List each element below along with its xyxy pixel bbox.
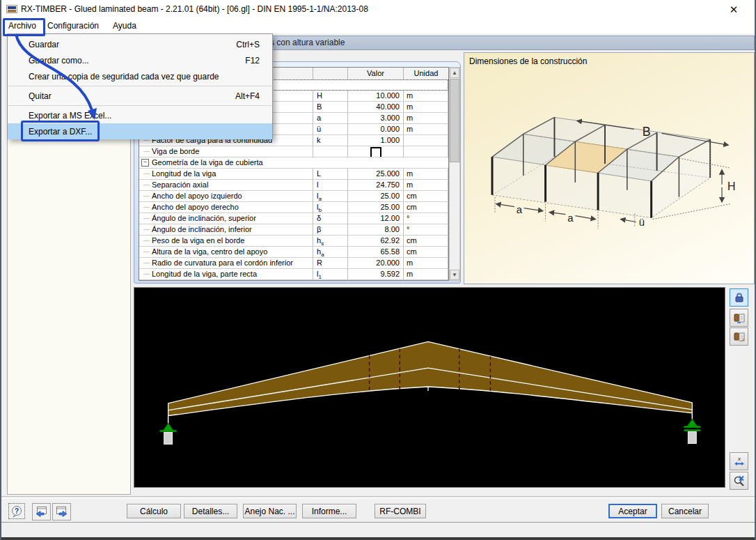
menu-item-quitar[interactable]: QuitarAlt+F4 (8, 88, 272, 104)
param-value[interactable]: 24.750 (348, 180, 404, 191)
param-symbol (313, 146, 348, 157)
construction-sketch: B H a a ü (464, 53, 754, 284)
param-value[interactable]: 12.00 (348, 213, 404, 224)
param-unit: cm (404, 202, 448, 213)
copy-graphic-icon (733, 311, 746, 324)
tree-connector (143, 240, 150, 241)
menu-item-crear-una-copia-de-seguridad-cada-vez-que-guarde[interactable]: Crear una copia de seguridad cada vez qu… (8, 68, 272, 84)
annotation-box-archivo (3, 18, 45, 36)
informe-button[interactable]: Informe... (302, 504, 356, 518)
param-label: Ángulo de inclinación, superior (152, 214, 256, 222)
collapse-icon[interactable]: − (141, 159, 149, 167)
right-support (684, 414, 700, 444)
param-unit: m (404, 269, 448, 280)
table-row[interactable]: Ángulo de inclinación, superiorδ12.00° (139, 213, 448, 224)
zoom-off-button[interactable] (730, 472, 748, 490)
tree-connector (143, 229, 150, 230)
tree-connector (143, 173, 150, 174)
scroll-down-icon[interactable]: ▼ (450, 270, 459, 280)
table-row[interactable]: Altura de la viga, centro del apoyoha65.… (139, 247, 448, 258)
application-window: RX-TIMBER - Glued laminated beam - 2.21.… (0, 0, 756, 540)
param-value[interactable]: 3.000 (348, 113, 404, 124)
table-row[interactable]: Peso de la viga en el bordehs62.92cm (139, 236, 448, 247)
window-edge (1, 537, 755, 540)
param-unit: cm (404, 191, 448, 202)
table-row[interactable]: Viga de borde (139, 146, 448, 157)
param-symbol: β (313, 224, 348, 236)
param-value[interactable]: 20.000 (348, 258, 404, 269)
param-value[interactable]: 25.00 (348, 202, 404, 213)
param-label: Radio de curvatura para el cordón inferi… (152, 259, 293, 267)
dim-label-h: H (727, 180, 735, 192)
menubar-configuracion[interactable]: Configuración (45, 19, 102, 33)
aceptar-button[interactable]: Aceptar (608, 504, 657, 518)
table-row[interactable]: Radio de curvatura para el cordón inferi… (139, 258, 448, 269)
dialog-title: s con altura variable (270, 36, 345, 49)
table-row[interactable]: Longitud de la vigaL25.000m (139, 169, 448, 180)
detalles-button[interactable]: Detalles... (184, 504, 237, 518)
scroll-up-icon[interactable]: ▲ (450, 68, 459, 78)
param-unit: m (404, 91, 448, 102)
copy-graphic-button[interactable] (730, 309, 748, 327)
menu-item-label: Quitar (29, 91, 52, 101)
viga-de-borde-checkbox[interactable] (370, 147, 381, 157)
param-unit: ° (404, 224, 448, 236)
menu-item-guardar-como[interactable]: Guardar como...F12 (8, 52, 272, 68)
param-symbol: R (313, 258, 348, 269)
x-direction-button[interactable]: x (730, 452, 748, 470)
title-bar[interactable]: RX-TIMBER - Glued laminated beam - 2.21.… (1, 0, 755, 20)
status-bar (1, 522, 755, 538)
table-row[interactable]: Ancho del apoyo izquierdola25.00cm (139, 191, 448, 202)
previous-module-button[interactable] (32, 503, 51, 520)
header-valor: Valor (348, 68, 404, 79)
param-label: Viga de borde (152, 147, 199, 155)
help-button[interactable]: ? (8, 503, 25, 519)
anejo-nac-button[interactable]: Anejo Nac. ... (243, 504, 297, 518)
param-symbol: k (313, 135, 348, 146)
table-row[interactable]: Separación axiall24.750m (139, 180, 448, 191)
table-group-row[interactable]: −Geometría de la viga de cubierta (139, 157, 448, 169)
param-value[interactable]: 0.000 (348, 124, 404, 135)
table-row[interactable]: Ancho del apoyo derecholb25.00cm (139, 202, 448, 213)
tree-connector (143, 274, 150, 275)
scrollbar-thumb[interactable] (450, 79, 459, 162)
param-value[interactable]: 8.00 (348, 224, 404, 236)
tree-connector (143, 207, 150, 208)
menu-item-label: Guardar como... (29, 56, 89, 65)
copy-table-icon (733, 330, 746, 343)
table-row[interactable]: Ángulo de inclinación, inferiorβ8.00° (139, 224, 448, 236)
copy-table-button[interactable] (730, 327, 748, 346)
param-value[interactable]: 10.000 (348, 91, 404, 102)
tree-connector (143, 263, 150, 263)
param-value[interactable]: 40.000 (348, 102, 404, 113)
param-symbol: lb (313, 202, 348, 213)
table-scrollbar[interactable]: ▲ ▼ (449, 67, 460, 281)
beam-view[interactable] (134, 287, 725, 488)
next-module-button[interactable] (52, 503, 71, 520)
param-value[interactable]: 25.000 (348, 169, 404, 180)
param-label: Ángulo de inclinación, inferior (152, 225, 252, 233)
tree-connector (143, 196, 150, 196)
c-lculo-button[interactable]: Cálculo (127, 504, 181, 518)
table-row[interactable]: Longitud de la viga, parte rectal19.592m (139, 269, 448, 280)
close-button[interactable]: ✕ (718, 0, 749, 19)
param-value[interactable]: 1.000 (348, 135, 404, 146)
dim-label-u: ü (639, 217, 645, 228)
param-value[interactable]: 9.592 (348, 269, 404, 280)
param-unit: m (404, 102, 448, 113)
param-value[interactable]: 25.00 (348, 191, 404, 202)
left-support (160, 417, 177, 445)
dim-label-a2: a (567, 213, 574, 224)
param-label: Longitud de la viga, parte recta (152, 270, 257, 278)
lock-view-button[interactable] (730, 288, 748, 307)
param-unit (404, 135, 448, 146)
annotation-box-export-dxf (21, 121, 100, 141)
menu-item-guardar[interactable]: GuardarCtrl+S (8, 36, 272, 52)
param-value[interactable]: 62.92 (348, 236, 404, 247)
menu-separator (8, 86, 271, 86)
cancelar-button[interactable]: Cancelar (661, 504, 709, 518)
menubar-ayuda[interactable]: Ayuda (110, 19, 139, 33)
param-checkbox-cell[interactable] (348, 146, 404, 157)
rf-combi-button[interactable]: RF-COMBI (375, 504, 426, 518)
param-value[interactable]: 65.58 (348, 247, 404, 258)
